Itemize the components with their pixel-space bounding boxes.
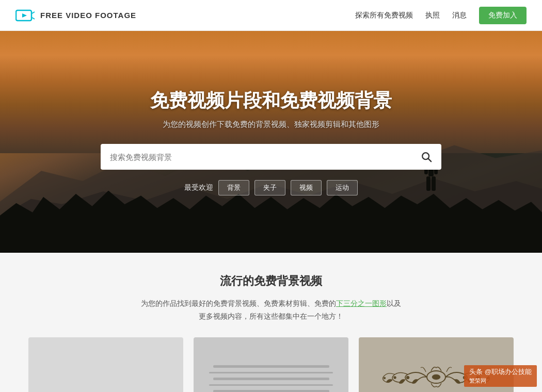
watermark-sub: 繁荣网 xyxy=(469,378,486,384)
card-2-line-4 xyxy=(209,384,333,386)
search-bar xyxy=(101,144,441,170)
svg-line-3 xyxy=(32,18,35,19)
watermark: 头条 @职场办公技能 繁荣网 xyxy=(464,365,537,387)
section-title: 流行的免费背景视频 xyxy=(15,273,527,289)
logo-text: FREE VIDEO FOOTAGE xyxy=(40,11,136,20)
card-2-line-1 xyxy=(213,365,329,368)
card-1[interactable] xyxy=(28,337,183,392)
tag-motion[interactable]: 运动 xyxy=(327,180,358,195)
hero-subtitle: 为您的视频创作下载免费的背景视频、独家视频剪辑和其他图形 xyxy=(10,120,532,129)
svg-point-16 xyxy=(432,374,440,380)
tag-video[interactable]: 视频 xyxy=(291,180,322,195)
nav: 探索所有免费视频 执照 消息 免费加入 xyxy=(355,7,527,24)
tags-label: 最受欢迎 xyxy=(184,183,213,192)
join-button[interactable]: 免费加入 xyxy=(479,7,527,24)
logo[interactable]: FREE VIDEO FOOTAGE xyxy=(15,8,136,23)
watermark-text: 头条 @职场办公技能 xyxy=(469,368,532,375)
card-2[interactable] xyxy=(194,337,348,392)
hero-section: 免费视频片段和免费视频背景 为您的视频创作下载免费的背景视频、独家视频剪辑和其他… xyxy=(0,31,542,253)
nav-explore[interactable]: 探索所有免费视频 xyxy=(355,11,413,20)
tag-background[interactable]: 背景 xyxy=(218,180,249,195)
hero-content: 免费视频片段和免费视频背景 为您的视频创作下载免费的背景视频、独家视频剪辑和其他… xyxy=(0,88,542,195)
section-desc: 为您的作品找到最好的免费背景视频、免费素材剪辑、免费的下三分之一图形以及 更多视… xyxy=(15,297,527,323)
header: FREE VIDEO FOOTAGE 探索所有免费视频 执照 消息 免费加入 xyxy=(0,0,542,31)
section-desc-line2: 以及 xyxy=(387,299,401,307)
section-desc-link[interactable]: 下三分之一图形 xyxy=(336,299,387,307)
search-button[interactable] xyxy=(411,144,441,170)
svg-point-19 xyxy=(384,377,386,379)
svg-point-17 xyxy=(406,376,409,379)
nav-message[interactable]: 消息 xyxy=(452,11,467,20)
search-input[interactable] xyxy=(101,145,411,169)
tag-clip[interactable]: 夹子 xyxy=(254,180,285,195)
hero-title: 免费视频片段和免费视频背景 xyxy=(10,88,532,113)
svg-marker-1 xyxy=(22,13,27,18)
card-2-line-2 xyxy=(209,372,333,373)
card-2-line-3 xyxy=(213,378,329,380)
card-2-line-5 xyxy=(213,390,329,392)
nav-license[interactable]: 执照 xyxy=(425,11,440,20)
svg-point-18 xyxy=(394,376,396,379)
tags-row: 最受欢迎 背景 夹子 视频 运动 xyxy=(10,180,532,195)
section-desc-line1: 为您的作品找到最好的免费背景视频、免费素材剪辑、免费的 xyxy=(141,299,336,307)
svg-line-2 xyxy=(32,12,35,13)
svg-line-14 xyxy=(428,159,432,162)
cards-row xyxy=(15,337,527,392)
section-desc-line3: 更多视频内容，所有这些都集中在一个地方！ xyxy=(199,312,343,320)
popular-section: 流行的免费背景视频 为您的作品找到最好的免费背景视频、免费素材剪辑、免费的下三分… xyxy=(0,253,542,392)
search-icon xyxy=(421,151,432,162)
logo-icon xyxy=(15,8,35,23)
